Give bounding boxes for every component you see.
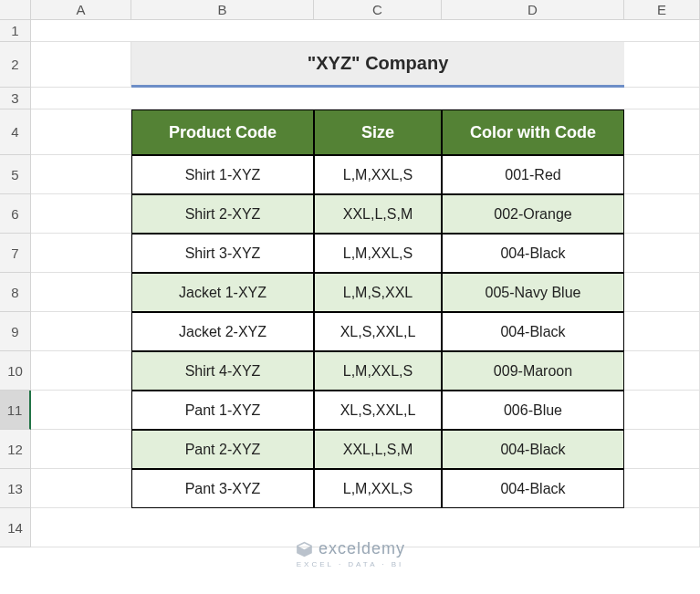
row-header-11[interactable]: 11 [0, 391, 31, 430]
grid-rows: 1 2 "XYZ" Company 3 4 Product Code Size … [0, 20, 700, 547]
row-13: 13 Pant 3-XYZ L,M,XXL,S 004-Black [0, 469, 700, 508]
cell-E11[interactable] [624, 391, 700, 430]
cell-size[interactable]: L,M,XXL,S [314, 351, 442, 391]
cell-A10[interactable] [31, 351, 131, 391]
cell-A8[interactable] [31, 273, 131, 312]
cell-product[interactable]: Shirt 3-XYZ [131, 234, 314, 273]
watermark-sub: EXCEL · DATA · BI [297, 560, 404, 568]
cell-A9[interactable] [31, 312, 131, 351]
row-6: 6 Shirt 2-XYZ XXL,L,S,M 002-Orange [0, 194, 700, 234]
cell-color[interactable]: 001-Red [442, 155, 624, 194]
row-header-13[interactable]: 13 [0, 469, 31, 508]
cell-E5[interactable] [624, 155, 700, 194]
col-header-D[interactable]: D [442, 0, 624, 19]
cell-product[interactable]: Jacket 1-XYZ [131, 273, 314, 312]
cell-A5[interactable] [31, 155, 131, 194]
cell-E7[interactable] [624, 234, 700, 273]
cell-E4[interactable] [624, 109, 700, 155]
watermark-logo: exceldemy EXCEL · DATA · BI [295, 539, 405, 568]
cell-product[interactable]: Shirt 4-XYZ [131, 351, 314, 391]
cell-product[interactable]: Jacket 2-XYZ [131, 312, 314, 351]
cell-product[interactable]: Pant 2-XYZ [131, 430, 314, 469]
cell-color[interactable]: 005-Navy Blue [442, 273, 624, 312]
cell-product[interactable]: Pant 1-XYZ [131, 391, 314, 430]
col-header-B[interactable]: B [131, 0, 314, 19]
row-header-14[interactable]: 14 [0, 508, 31, 547]
cell-color[interactable]: 004-Black [442, 430, 624, 469]
row-header-9[interactable]: 9 [0, 312, 31, 351]
select-all-corner[interactable] [0, 0, 31, 19]
table-header-product[interactable]: Product Code [131, 109, 314, 155]
cell-size[interactable]: XXL,L,S,M [314, 430, 442, 469]
cell-color[interactable]: 004-Black [442, 312, 624, 351]
row-header-2[interactable]: 2 [0, 42, 31, 88]
cell-A6[interactable] [31, 194, 131, 234]
cell-E2[interactable] [624, 42, 700, 88]
cell-size[interactable]: L,M,XXL,S [314, 234, 442, 273]
cell-size[interactable]: L,M,S,XXL [314, 273, 442, 312]
company-title[interactable]: "XYZ" Company [131, 42, 624, 88]
cell-color[interactable]: 002-Orange [442, 194, 624, 234]
row-header-3[interactable]: 3 [0, 88, 31, 109]
col-header-A[interactable]: A [31, 0, 131, 19]
row-5: 5 Shirt 1-XYZ L,M,XXL,S 001-Red [0, 155, 700, 194]
cell-product[interactable]: Pant 3-XYZ [131, 469, 314, 508]
cell-E9[interactable] [624, 312, 700, 351]
cell-A12[interactable] [31, 430, 131, 469]
row-header-1[interactable]: 1 [0, 20, 31, 42]
col-header-C[interactable]: C [314, 0, 442, 19]
cell-E8[interactable] [624, 273, 700, 312]
cell-A7[interactable] [31, 234, 131, 273]
row-header-5[interactable]: 5 [0, 155, 31, 194]
box-icon [295, 540, 313, 558]
cell-color[interactable]: 006-Blue [442, 391, 624, 430]
cell-size[interactable]: XXL,L,S,M [314, 194, 442, 234]
row-9: 9 Jacket 2-XYZ XL,S,XXL,L 004-Black [0, 312, 700, 351]
table-header-color[interactable]: Color with Code [442, 109, 624, 155]
cell-color[interactable]: 004-Black [442, 234, 624, 273]
cell-E6[interactable] [624, 194, 700, 234]
cell-E10[interactable] [624, 351, 700, 391]
row-header-4[interactable]: 4 [0, 109, 31, 155]
cell-size[interactable]: XL,S,XXL,L [314, 312, 442, 351]
row-4: 4 Product Code Size Color with Code [0, 109, 700, 155]
cell-blank[interactable] [31, 88, 700, 109]
row-7: 7 Shirt 3-XYZ L,M,XXL,S 004-Black [0, 234, 700, 273]
row-1: 1 [0, 20, 700, 42]
row-12: 12 Pant 2-XYZ XXL,L,S,M 004-Black [0, 430, 700, 469]
table-header-size[interactable]: Size [314, 109, 442, 155]
cell-product[interactable]: Shirt 2-XYZ [131, 194, 314, 234]
cell-A13[interactable] [31, 469, 131, 508]
row-header-8[interactable]: 8 [0, 273, 31, 312]
row-2: 2 "XYZ" Company [0, 42, 700, 88]
row-header-6[interactable]: 6 [0, 194, 31, 234]
cell-color[interactable]: 004-Black [442, 469, 624, 508]
cell-size[interactable]: XL,S,XXL,L [314, 391, 442, 430]
row-header-12[interactable]: 12 [0, 430, 31, 469]
row-3: 3 [0, 88, 700, 109]
row-10: 10 Shirt 4-XYZ L,M,XXL,S 009-Maroon [0, 351, 700, 391]
cell-size[interactable]: L,M,XXL,S [314, 155, 442, 194]
col-header-E[interactable]: E [624, 0, 700, 19]
spreadsheet: A B C D E 1 2 "XYZ" Company 3 4 Product … [0, 0, 700, 594]
cell-A4[interactable] [31, 109, 131, 155]
watermark-text: exceldemy [319, 539, 405, 558]
cell-blank[interactable] [31, 20, 700, 42]
cell-A11[interactable] [31, 391, 131, 430]
row-header-7[interactable]: 7 [0, 234, 31, 273]
cell-size[interactable]: L,M,XXL,S [314, 469, 442, 508]
row-8: 8 Jacket 1-XYZ L,M,S,XXL 005-Navy Blue [0, 273, 700, 312]
cell-E12[interactable] [624, 430, 700, 469]
column-header-row: A B C D E [0, 0, 700, 20]
cell-product[interactable]: Shirt 1-XYZ [131, 155, 314, 194]
cell-color[interactable]: 009-Maroon [442, 351, 624, 391]
cell-A2[interactable] [31, 42, 131, 88]
row-11: 11 Pant 1-XYZ XL,S,XXL,L 006-Blue [0, 391, 700, 430]
cell-E13[interactable] [624, 469, 700, 508]
row-header-10[interactable]: 10 [0, 351, 31, 391]
